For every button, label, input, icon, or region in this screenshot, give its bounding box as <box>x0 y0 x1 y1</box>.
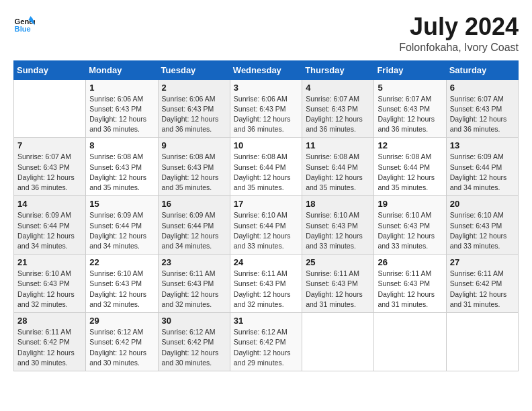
day-number: 15 <box>89 199 154 209</box>
day-number: 23 <box>162 257 226 267</box>
day-info: Sunrise: 6:12 AMSunset: 6:42 PMDaylight:… <box>162 327 226 368</box>
calendar-day-cell <box>446 313 518 371</box>
weekday-cell: Tuesday <box>158 60 230 79</box>
calendar-day-cell: 22Sunrise: 6:10 AMSunset: 6:43 PMDayligh… <box>86 255 158 313</box>
day-number: 7 <box>17 140 82 150</box>
day-info: Sunrise: 6:11 AMSunset: 6:42 PMDaylight:… <box>17 327 82 368</box>
day-number: 20 <box>450 199 515 209</box>
day-info: Sunrise: 6:12 AMSunset: 6:42 PMDaylight:… <box>234 327 298 368</box>
day-info: Sunrise: 6:10 AMSunset: 6:43 PMDaylight:… <box>450 210 515 251</box>
day-info: Sunrise: 6:11 AMSunset: 6:42 PMDaylight:… <box>450 269 515 310</box>
calendar-day-cell: 23Sunrise: 6:11 AMSunset: 6:43 PMDayligh… <box>158 255 230 313</box>
calendar-day-cell: 5Sunrise: 6:07 AMSunset: 6:43 PMDaylight… <box>374 79 446 138</box>
location: Folonfokaha, Ivory Coast <box>399 42 519 54</box>
day-number: 18 <box>306 199 370 209</box>
day-info: Sunrise: 6:11 AMSunset: 6:43 PMDaylight:… <box>378 269 442 310</box>
calendar-day-cell: 24Sunrise: 6:11 AMSunset: 6:43 PMDayligh… <box>230 255 302 313</box>
day-number: 17 <box>234 199 298 209</box>
calendar-body: 1Sunrise: 6:06 AMSunset: 6:43 PMDaylight… <box>14 79 519 371</box>
calendar-day-cell: 19Sunrise: 6:10 AMSunset: 6:43 PMDayligh… <box>374 196 446 255</box>
weekday-cell: Monday <box>86 60 158 79</box>
day-info: Sunrise: 6:08 AMSunset: 6:44 PMDaylight:… <box>378 152 442 193</box>
day-info: Sunrise: 6:08 AMSunset: 6:44 PMDaylight:… <box>234 152 298 193</box>
day-info: Sunrise: 6:09 AMSunset: 6:44 PMDaylight:… <box>450 152 515 193</box>
day-info: Sunrise: 6:08 AMSunset: 6:43 PMDaylight:… <box>162 152 226 193</box>
day-number: 25 <box>306 257 370 267</box>
calendar-day-cell: 20Sunrise: 6:10 AMSunset: 6:43 PMDayligh… <box>446 196 518 255</box>
day-info: Sunrise: 6:11 AMSunset: 6:43 PMDaylight:… <box>234 269 298 310</box>
day-info: Sunrise: 6:08 AMSunset: 6:44 PMDaylight:… <box>306 152 370 193</box>
title-block: July 2024 Folonfokaha, Ivory Coast <box>399 13 519 54</box>
svg-text:Blue: Blue <box>15 25 31 33</box>
day-number: 16 <box>162 199 226 209</box>
day-number: 31 <box>234 316 298 326</box>
day-number: 10 <box>234 140 298 150</box>
page-header: General Blue July 2024 Folonfokaha, Ivor… <box>13 13 519 54</box>
calendar-day-cell: 31Sunrise: 6:12 AMSunset: 6:42 PMDayligh… <box>230 313 302 371</box>
calendar-week-row: 14Sunrise: 6:09 AMSunset: 6:44 PMDayligh… <box>14 196 519 255</box>
calendar-day-cell: 29Sunrise: 6:12 AMSunset: 6:42 PMDayligh… <box>86 313 158 371</box>
day-info: Sunrise: 6:08 AMSunset: 6:43 PMDaylight:… <box>89 152 154 193</box>
weekday-cell: Friday <box>374 60 446 79</box>
day-number: 21 <box>17 257 82 267</box>
calendar-day-cell: 7Sunrise: 6:07 AMSunset: 6:43 PMDaylight… <box>14 138 86 196</box>
calendar-day-cell: 18Sunrise: 6:10 AMSunset: 6:43 PMDayligh… <box>302 196 374 255</box>
calendar-week-row: 21Sunrise: 6:10 AMSunset: 6:43 PMDayligh… <box>14 255 519 313</box>
logo-icon: General Blue <box>13 13 35 35</box>
calendar-day-cell <box>374 313 446 371</box>
day-number: 28 <box>17 316 82 326</box>
day-info: Sunrise: 6:11 AMSunset: 6:43 PMDaylight:… <box>162 269 226 310</box>
day-info: Sunrise: 6:09 AMSunset: 6:44 PMDaylight:… <box>162 210 226 251</box>
day-info: Sunrise: 6:10 AMSunset: 6:43 PMDaylight:… <box>89 269 154 310</box>
day-info: Sunrise: 6:07 AMSunset: 6:43 PMDaylight:… <box>450 94 515 135</box>
calendar-day-cell: 26Sunrise: 6:11 AMSunset: 6:43 PMDayligh… <box>374 255 446 313</box>
calendar-day-cell: 6Sunrise: 6:07 AMSunset: 6:43 PMDaylight… <box>446 79 518 138</box>
calendar-day-cell: 10Sunrise: 6:08 AMSunset: 6:44 PMDayligh… <box>230 138 302 196</box>
day-number: 8 <box>89 140 154 150</box>
day-number: 29 <box>89 316 154 326</box>
calendar-day-cell: 9Sunrise: 6:08 AMSunset: 6:43 PMDaylight… <box>158 138 230 196</box>
weekday-header-row: SundayMondayTuesdayWednesdayThursdayFrid… <box>14 60 519 79</box>
day-number: 3 <box>234 83 298 93</box>
calendar-day-cell: 21Sunrise: 6:10 AMSunset: 6:43 PMDayligh… <box>14 255 86 313</box>
day-info: Sunrise: 6:10 AMSunset: 6:43 PMDaylight:… <box>378 210 442 251</box>
calendar-day-cell: 8Sunrise: 6:08 AMSunset: 6:43 PMDaylight… <box>86 138 158 196</box>
day-info: Sunrise: 6:06 AMSunset: 6:43 PMDaylight:… <box>162 94 226 135</box>
day-info: Sunrise: 6:10 AMSunset: 6:43 PMDaylight:… <box>306 210 370 251</box>
calendar-day-cell: 30Sunrise: 6:12 AMSunset: 6:42 PMDayligh… <box>158 313 230 371</box>
day-info: Sunrise: 6:10 AMSunset: 6:44 PMDaylight:… <box>234 210 298 251</box>
calendar-day-cell: 1Sunrise: 6:06 AMSunset: 6:43 PMDaylight… <box>86 79 158 138</box>
day-info: Sunrise: 6:09 AMSunset: 6:44 PMDaylight:… <box>17 210 82 251</box>
day-info: Sunrise: 6:06 AMSunset: 6:43 PMDaylight:… <box>234 94 298 135</box>
day-number: 11 <box>306 140 370 150</box>
day-number: 4 <box>306 83 370 93</box>
day-info: Sunrise: 6:06 AMSunset: 6:43 PMDaylight:… <box>89 94 154 135</box>
calendar-week-row: 7Sunrise: 6:07 AMSunset: 6:43 PMDaylight… <box>14 138 519 196</box>
day-number: 27 <box>450 257 515 267</box>
calendar-week-row: 1Sunrise: 6:06 AMSunset: 6:43 PMDaylight… <box>14 79 519 138</box>
calendar-day-cell <box>302 313 374 371</box>
day-info: Sunrise: 6:09 AMSunset: 6:44 PMDaylight:… <box>89 210 154 251</box>
calendar-day-cell: 2Sunrise: 6:06 AMSunset: 6:43 PMDaylight… <box>158 79 230 138</box>
day-info: Sunrise: 6:07 AMSunset: 6:43 PMDaylight:… <box>378 94 442 135</box>
calendar-day-cell: 28Sunrise: 6:11 AMSunset: 6:42 PMDayligh… <box>14 313 86 371</box>
day-number: 5 <box>378 83 442 93</box>
day-info: Sunrise: 6:10 AMSunset: 6:43 PMDaylight:… <box>17 269 82 310</box>
day-number: 24 <box>234 257 298 267</box>
day-number: 2 <box>162 83 226 93</box>
day-info: Sunrise: 6:07 AMSunset: 6:43 PMDaylight:… <box>17 152 82 193</box>
day-number: 1 <box>89 83 154 93</box>
calendar-table: SundayMondayTuesdayWednesdayThursdayFrid… <box>13 60 519 371</box>
calendar-day-cell: 14Sunrise: 6:09 AMSunset: 6:44 PMDayligh… <box>14 196 86 255</box>
calendar-day-cell: 3Sunrise: 6:06 AMSunset: 6:43 PMDaylight… <box>230 79 302 138</box>
calendar-day-cell: 25Sunrise: 6:11 AMSunset: 6:43 PMDayligh… <box>302 255 374 313</box>
day-number: 30 <box>162 316 226 326</box>
day-number: 26 <box>378 257 442 267</box>
calendar-day-cell: 12Sunrise: 6:08 AMSunset: 6:44 PMDayligh… <box>374 138 446 196</box>
day-number: 6 <box>450 83 515 93</box>
day-info: Sunrise: 6:07 AMSunset: 6:43 PMDaylight:… <box>306 94 370 135</box>
calendar-day-cell: 17Sunrise: 6:10 AMSunset: 6:44 PMDayligh… <box>230 196 302 255</box>
weekday-cell: Wednesday <box>230 60 302 79</box>
calendar-day-cell: 13Sunrise: 6:09 AMSunset: 6:44 PMDayligh… <box>446 138 518 196</box>
month-title: July 2024 <box>399 13 519 40</box>
